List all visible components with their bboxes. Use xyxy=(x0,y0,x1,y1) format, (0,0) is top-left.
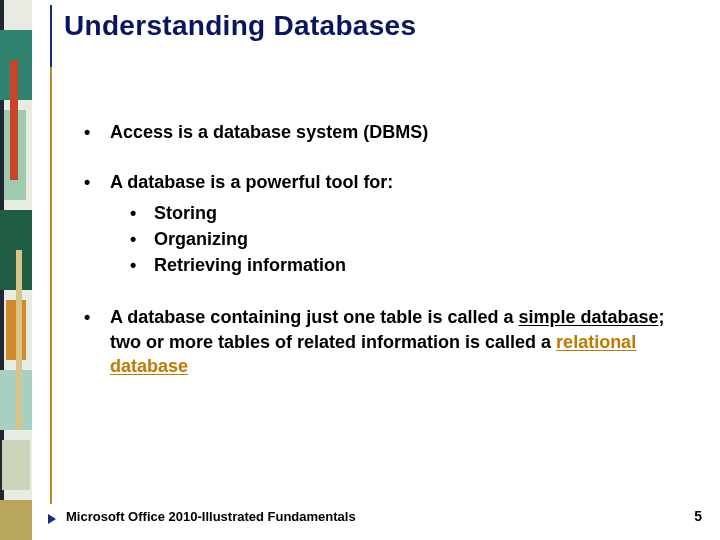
bullet-item: • A database is a powerful tool for: • S… xyxy=(80,170,670,279)
bullet-item: • Access is a database system (DBMS) xyxy=(80,120,670,144)
sub-bullet-item: • Organizing xyxy=(110,227,670,251)
svg-rect-9 xyxy=(10,60,18,180)
bullet-marker: • xyxy=(130,227,154,251)
bullet-marker: • xyxy=(80,170,110,279)
sub-bullet-text: Organizing xyxy=(154,227,248,251)
sub-bullet-item: • Retrieving information xyxy=(110,253,670,277)
bullet-marker: • xyxy=(130,201,154,225)
rule-vertical-top xyxy=(50,5,52,67)
bullet-marker: • xyxy=(80,120,110,144)
bullet-marker: • xyxy=(80,305,110,378)
bullet-text: A database containing just one table is … xyxy=(110,305,670,378)
body-text: • Access is a database system (DBMS) • A… xyxy=(80,120,670,404)
slide-title: Understanding Databases xyxy=(64,10,416,42)
sub-bullet-item: • Storing xyxy=(110,201,670,225)
bullet-text: Access is a database system (DBMS) xyxy=(110,120,670,144)
slide-content: Understanding Databases • Access is a da… xyxy=(50,0,700,540)
sub-bullet-text: Retrieving information xyxy=(154,253,346,277)
rule-vertical-bottom xyxy=(50,67,52,504)
bullet-item: • A database containing just one table i… xyxy=(80,305,670,378)
bullet-marker: • xyxy=(130,253,154,277)
sub-bullet-list: • Storing • Organizing • Retrieving info… xyxy=(110,201,670,278)
sub-bullet-text: Storing xyxy=(154,201,217,225)
term-simple-database: simple database xyxy=(518,307,658,327)
svg-rect-7 xyxy=(2,440,30,490)
footer-text: Microsoft Office 2010-Illustrated Fundam… xyxy=(66,509,356,524)
page-number: 5 xyxy=(694,508,702,524)
bullet-text: A database is a powerful tool for: • Sto… xyxy=(110,170,670,279)
svg-rect-8 xyxy=(0,500,32,540)
decorative-sidebar xyxy=(0,0,32,540)
footer-arrow-icon xyxy=(48,514,56,524)
svg-rect-10 xyxy=(16,250,22,430)
